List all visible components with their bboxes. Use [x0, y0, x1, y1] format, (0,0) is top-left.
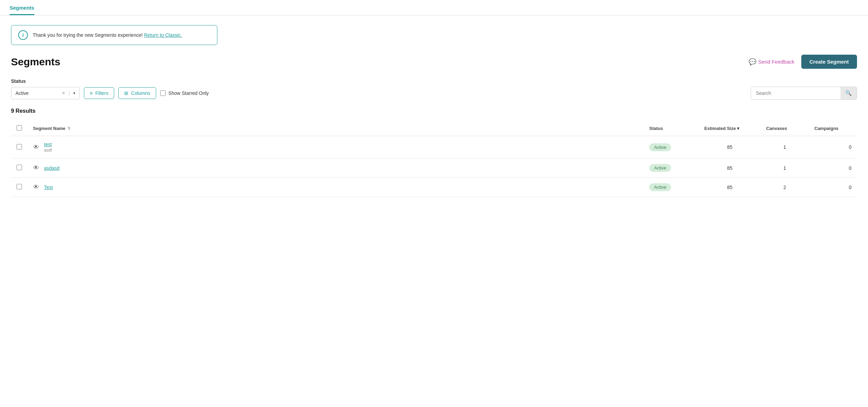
row-select-checkbox[interactable]	[17, 144, 22, 150]
row-status-cell: Active	[644, 136, 699, 158]
chevron-down-icon[interactable]: ▾	[73, 91, 75, 96]
th-campaigns: Campaigns	[809, 121, 857, 136]
status-badge: Active	[649, 164, 671, 172]
table-header: Segment Name ⇅ Status Estimated Size ▾ C…	[11, 121, 857, 136]
th-select-all	[11, 121, 28, 136]
row-size-cell: 85	[699, 178, 761, 197]
page-title: Segments	[11, 56, 60, 68]
row-checkbox-cell	[11, 136, 28, 158]
search-container: 🔍	[751, 87, 857, 100]
search-button[interactable]: 🔍	[840, 87, 857, 99]
row-campaigns-cell: 0	[809, 136, 857, 158]
table-body: 👁 test asdf Active 85 1 0 👁 asdasd	[11, 136, 857, 197]
segment-name-link[interactable]: asdasd	[44, 165, 59, 171]
page-header: Segments 💬 Send Feedback Create Segment	[11, 55, 857, 69]
status-dropdown[interactable]: Active × | ▾	[11, 87, 80, 99]
row-name-cell: 👁 Test	[28, 178, 644, 197]
info-icon: i	[18, 30, 28, 40]
columns-button[interactable]: ⊞ Columns	[118, 87, 156, 99]
segment-name-link[interactable]: Test	[44, 185, 53, 190]
row-status-cell: Active	[644, 178, 699, 197]
row-size-cell: 85	[699, 158, 761, 178]
search-icon: 🔍	[845, 90, 852, 96]
row-status-cell: Active	[644, 158, 699, 178]
row-canvases-cell: 1	[761, 158, 809, 178]
filters-section: Status Active × | ▾ ≡ Filters ⊞ Columns	[11, 78, 857, 100]
th-estimated-size[interactable]: Estimated Size ▾	[699, 121, 761, 136]
eye-icon[interactable]: 👁	[33, 164, 39, 172]
row-select-checkbox[interactable]	[17, 184, 22, 189]
feedback-icon: 💬	[749, 58, 756, 66]
row-name-cell: 👁 asdasd	[28, 158, 644, 178]
table-row: 👁 asdasd Active 85 1 0	[11, 158, 857, 178]
name-col-inner: test asdf	[44, 142, 52, 153]
row-checkbox-cell	[11, 158, 28, 178]
name-col-inner: asdasd	[44, 165, 59, 171]
info-banner: i Thank you for trying the new Segments …	[11, 25, 217, 45]
sort-icon: ⇅	[67, 126, 70, 131]
eye-icon[interactable]: 👁	[33, 184, 39, 191]
columns-icon: ⊞	[124, 90, 128, 96]
filters-icon: ≡	[90, 90, 93, 96]
th-segment-name[interactable]: Segment Name ⇅	[28, 121, 644, 136]
top-nav: Segments	[0, 0, 868, 15]
size-sort-icon: ▾	[737, 126, 739, 131]
status-label: Status	[11, 78, 857, 84]
divider: |	[68, 90, 70, 96]
segments-table: Segment Name ⇅ Status Estimated Size ▾ C…	[11, 121, 857, 197]
banner-text: Thank you for trying the new Segments ex…	[33, 32, 182, 38]
table-row: 👁 Test Active 85 2 0	[11, 178, 857, 197]
row-size-cell: 85	[699, 136, 761, 158]
filters-row: Active × | ▾ ≡ Filters ⊞ Columns Show St…	[11, 87, 857, 100]
results-count: 9 Results	[11, 108, 857, 114]
row-name-cell: 👁 test asdf	[28, 136, 644, 158]
eye-icon[interactable]: 👁	[33, 144, 39, 151]
row-campaigns-cell: 0	[809, 158, 857, 178]
row-select-checkbox[interactable]	[17, 165, 22, 170]
return-to-classic-link[interactable]: Return to Classic.	[144, 32, 182, 38]
header-actions: 💬 Send Feedback Create Segment	[749, 55, 857, 69]
show-starred-text: Show Starred Only	[169, 90, 209, 96]
th-canvases: Canvases	[761, 121, 809, 136]
main-content: i Thank you for trying the new Segments …	[0, 15, 868, 207]
create-segment-button[interactable]: Create Segment	[801, 55, 857, 69]
segments-tab[interactable]: Segments	[10, 0, 34, 15]
row-campaigns-cell: 0	[809, 178, 857, 197]
filters-button[interactable]: ≡ Filters	[84, 87, 114, 99]
status-clear-icon[interactable]: ×	[62, 90, 65, 96]
show-starred-label[interactable]: Show Starred Only	[160, 90, 209, 96]
row-canvases-cell: 2	[761, 178, 809, 197]
send-feedback-button[interactable]: 💬 Send Feedback	[749, 58, 794, 66]
name-col-inner: Test	[44, 185, 53, 190]
row-canvases-cell: 1	[761, 136, 809, 158]
show-starred-checkbox[interactable]	[160, 90, 166, 96]
search-input[interactable]	[751, 87, 840, 99]
segment-sub-name: asdf	[44, 148, 52, 153]
table-row: 👁 test asdf Active 85 1 0	[11, 136, 857, 158]
status-badge: Active	[649, 183, 671, 191]
segment-name-link[interactable]: test	[44, 142, 52, 147]
status-badge: Active	[649, 143, 671, 151]
th-status: Status	[644, 121, 699, 136]
select-all-checkbox[interactable]	[17, 125, 22, 131]
status-selected-value: Active	[15, 90, 58, 96]
row-checkbox-cell	[11, 178, 28, 197]
